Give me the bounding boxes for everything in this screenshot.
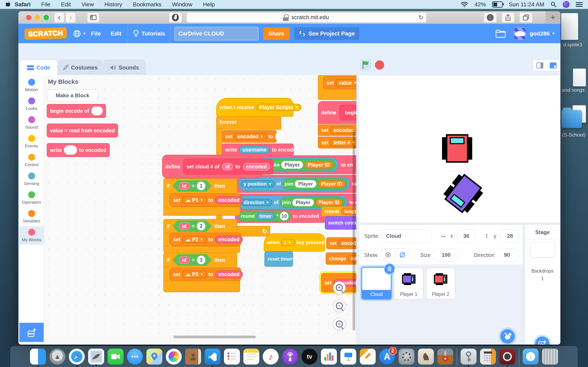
dock-keychain-icon[interactable] [461, 349, 476, 365]
share-icon[interactable] [502, 12, 515, 23]
menu-help[interactable]: Help [203, 1, 215, 8]
category-my-blocks[interactable]: My Blocks [19, 226, 44, 245]
block-when-i-receive[interactable]: when I receive Player Scripts▼ [216, 98, 293, 117]
dock-maps-icon[interactable] [146, 349, 162, 365]
desktop-folder-label[interactable]: (S-School) [558, 132, 588, 138]
menu-history[interactable]: History [104, 1, 122, 8]
stop-button[interactable] [375, 60, 384, 69]
backdrop-thumbnail[interactable] [530, 242, 555, 257]
menu-view[interactable]: View [81, 1, 94, 8]
dock-keynote-icon[interactable] [340, 349, 356, 365]
block-define-set-cloud[interactable]: define set cloud # of id to encoded [162, 155, 262, 178]
block-if-3[interactable]: if id = 3 then [163, 253, 237, 267]
add-backdrop-button[interactable] [535, 336, 549, 345]
block-forever[interactable]: forever [216, 116, 281, 130]
block-of-y[interactable]: y position▼ of join Player Player ID [238, 177, 350, 191]
category-motion[interactable]: Motion [19, 76, 44, 95]
dock-podcasts-icon[interactable] [282, 349, 298, 365]
y-input[interactable]: 28 [500, 229, 520, 243]
dock-pages-icon[interactable] [360, 349, 376, 365]
dock-appstore-icon[interactable]: A 2 [379, 349, 395, 365]
new-tab-button[interactable]: + [545, 11, 561, 24]
block-if-2-end[interactable] [163, 246, 240, 253]
menu-file[interactable]: File [41, 1, 51, 8]
my-stuff-folder-icon[interactable] [495, 29, 506, 38]
block-if-1[interactable]: if id = 1 then [163, 178, 237, 194]
tabs-overview-icon[interactable] [519, 12, 532, 23]
content-blocker-extension-icon[interactable] [169, 12, 182, 23]
condition-equals-2[interactable]: id = 2 [173, 220, 212, 232]
dock-contacts-icon[interactable] [185, 349, 201, 365]
block-set-p2[interactable]: set ☁P2▼ to encoded [170, 233, 241, 246]
dock-finder-icon[interactable] [30, 349, 46, 365]
zoom-window-button[interactable] [44, 15, 49, 20]
menu-edit[interactable]: Edit [61, 1, 71, 8]
username[interactable]: god286 [530, 30, 550, 37]
category-sensing[interactable]: Sensing [19, 170, 44, 188]
palette-block-value-read[interactable]: value = read from encoded [47, 124, 118, 137]
condition-equals-1[interactable]: id = 1 [173, 180, 212, 192]
script-area[interactable]: set value▼ define begin de set encoded s… [145, 75, 356, 342]
dock-vscode-icon[interactable] [205, 349, 221, 365]
dock-messages-icon[interactable]: ••• [127, 349, 143, 365]
desktop-folder-icon[interactable] [562, 110, 582, 128]
desktop-file-label[interactable]: d.sprite3 [557, 42, 588, 48]
category-events[interactable]: Events [19, 133, 44, 151]
dock-garageband-icon[interactable] [437, 349, 453, 365]
sprite-thumbnail-player1[interactable]: Player 1 [394, 268, 424, 300]
block-set-encod-frag[interactable]: set encod [326, 237, 356, 249]
block-set-encoded[interactable]: set encoded▼ to [222, 130, 277, 143]
zoom-out-button[interactable]: − [333, 300, 346, 312]
dock-reminders-icon[interactable] [224, 349, 240, 365]
block-set-letter[interactable]: set letter #▼ [318, 137, 356, 149]
file-menu[interactable]: File [91, 30, 101, 37]
desktop-file-icon[interactable] [561, 13, 578, 40]
zoom-in-button[interactable]: + [333, 281, 346, 294]
dock-facetime-icon[interactable] [108, 349, 123, 365]
menu-clock[interactable]: Sun 11:24 AM [509, 1, 544, 8]
block-reset-timer[interactable]: reset timer [264, 251, 293, 267]
tab-code[interactable]: Code [19, 60, 58, 75]
size-input[interactable]: 100 [433, 248, 459, 261]
add-sprite-button[interactable] [501, 329, 515, 343]
refresh-icon[interactable]: ↻ [418, 14, 424, 21]
dock-numbers-icon[interactable] [321, 349, 337, 365]
palette-block-write[interactable]: writeto encoded [47, 143, 110, 157]
menu-safari[interactable]: Safari [15, 1, 31, 8]
block-if-2-spine[interactable] [163, 233, 170, 246]
block-switch-costume[interactable]: switch costu [325, 216, 356, 230]
tab-sounds[interactable]: Sounds [103, 60, 146, 75]
vertical-scrollbar[interactable] [353, 132, 355, 331]
back-button[interactable]: ‹ [54, 12, 64, 23]
address-bar[interactable]: scratch.mit.edu ↻ [186, 12, 426, 23]
block-join-y[interactable]: join Player Player ID [283, 178, 347, 190]
menu-bookmarks[interactable]: Bookmarks [133, 1, 162, 8]
wifi-icon[interactable] [461, 2, 468, 7]
dock-photobooth-icon[interactable] [499, 349, 515, 365]
direction-input[interactable]: 90 [494, 248, 520, 261]
share-button[interactable]: Share [263, 27, 290, 40]
block-when-key-pressed[interactable]: when r▼ key pressed [264, 233, 325, 252]
sprite-thumbnail-player2[interactable]: Player 2 [426, 268, 455, 300]
make-a-block-button[interactable]: Make a Block [47, 89, 98, 101]
block-if-2[interactable]: if id = 2 then [163, 219, 237, 233]
zoom-reset-button[interactable]: = [333, 318, 346, 330]
account-chevron-icon[interactable]: ▼ [552, 32, 555, 35]
block-set-value[interactable]: set value▼ [323, 76, 356, 89]
block-round[interactable]: round timer * 10 [238, 211, 291, 222]
dock-notes-icon[interactable] [243, 349, 259, 365]
category-operators[interactable]: Operators [19, 189, 44, 207]
palette-block-begin-decode[interactable]: begin decode of [47, 104, 106, 118]
large-stage-button[interactable] [546, 60, 560, 71]
block-if-3-end[interactable] [163, 281, 240, 292]
desktop-file2-icon[interactable] [573, 68, 586, 86]
add-extension-button[interactable] [19, 323, 44, 342]
downloads-button[interactable]: ↓ [484, 12, 497, 23]
block-if-1-end[interactable] [163, 207, 240, 216]
tutorials-button[interactable]: Tutorials [133, 30, 165, 38]
stage-sprite-player2[interactable] [446, 134, 468, 163]
dock-downloads-folder-icon[interactable]: ↓ [523, 349, 539, 365]
scratch-logo[interactable]: SCRATCH [24, 27, 67, 40]
see-project-page-button[interactable]: See Project Page [294, 27, 359, 40]
dock-trash-icon[interactable] [542, 349, 558, 365]
